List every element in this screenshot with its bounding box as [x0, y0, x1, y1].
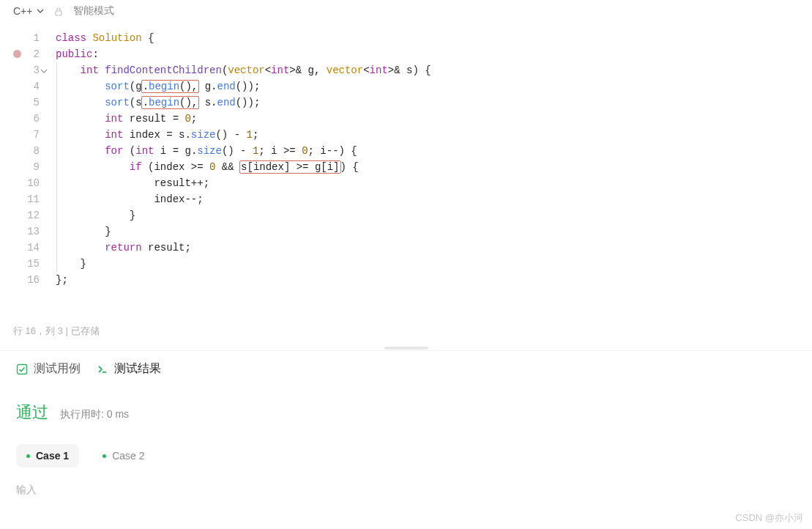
language-label: C++ [13, 5, 32, 17]
svg-rect-1 [18, 364, 27, 374]
svg-rect-0 [56, 11, 62, 15]
code-area[interactable]: class Solution { public: int findContent… [45, 30, 431, 288]
input-section-label: 输入 [16, 484, 796, 497]
breakpoint-icon[interactable] [13, 50, 21, 58]
tab-results-label: 测试结果 [114, 361, 161, 377]
status-dot-icon [26, 454, 30, 458]
case-tab-1-label: Case 1 [36, 450, 69, 462]
line-gutter: 1 2 3 45678910111213141516 [0, 30, 45, 288]
check-square-icon [16, 363, 28, 375]
case-tabs: Case 1 Case 2 [16, 444, 796, 467]
watermark: CSDN @亦小河 [735, 511, 803, 525]
case-tab-2-label: Case 2 [112, 450, 144, 462]
fold-chevron-icon[interactable] [38, 64, 48, 75]
editor-status-line: 行 16，列 3 | 已存储 [0, 319, 812, 344]
tab-testcases[interactable]: 测试用例 [16, 358, 81, 380]
mode-label: 智能模式 [73, 4, 114, 18]
language-selector[interactable]: C++ [13, 5, 44, 17]
lock-icon [54, 7, 63, 15]
case-tab-2[interactable]: Case 2 [92, 444, 154, 467]
status-dot-icon [103, 454, 106, 458]
indent-guide [56, 62, 57, 272]
runtime-label: 执行用时: 0 ms [60, 408, 129, 421]
panel-tabs: 测试用例 测试结果 [16, 358, 796, 380]
terminal-icon [97, 363, 108, 375]
case-tab-1[interactable]: Case 1 [16, 444, 79, 467]
code-editor[interactable]: 1 2 3 45678910111213141516 class Solutio… [0, 23, 812, 288]
results-panel: 测试用例 测试结果 通过 执行用时: 0 ms Case 1 Case 2 输入 [0, 350, 812, 497]
result-status: 通过 [16, 402, 48, 423]
tab-testcases-label: 测试用例 [34, 361, 81, 377]
editor-toolbar: C++ 智能模式 [0, 0, 812, 23]
tab-results[interactable]: 测试结果 [97, 358, 161, 380]
chevron-down-icon [37, 7, 44, 15]
